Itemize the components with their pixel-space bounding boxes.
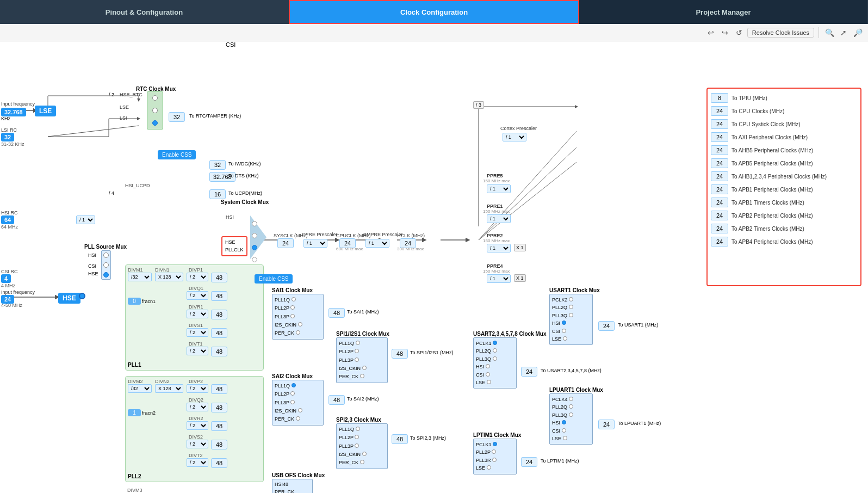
divm1-select[interactable]: /32/16/8 <box>128 273 152 281</box>
hse-box: HSE <box>58 293 80 304</box>
lpuart1-sources: PCLK4 PLL2Q PLL3Q HSI CSI LSE <box>552 396 590 442</box>
csi-sys-label: CSI <box>226 41 235 48</box>
divm2-select[interactable]: /32 <box>128 384 152 393</box>
resolve-clock-button[interactable]: Resolve Clock Issues <box>747 28 814 38</box>
lsi-rtc-label: LSI <box>120 115 127 121</box>
sai2-mux-label: SAI2 Clock Mux <box>272 373 313 379</box>
ppre4-select[interactable]: / 1 <box>487 274 511 283</box>
rtc-output-val: 32 <box>169 112 185 122</box>
ppre1-label: PPRE1 <box>487 204 503 209</box>
output-row-apb4: 24 To APB4 Peripheral Clocks (MHz) <box>711 237 857 246</box>
systick-label: To CPU Systick Clock (MHz) <box>731 121 801 127</box>
spi12s1-mux-box: PLL1Q PLL2P PLL3P I2S_CKIN PER_CK <box>336 337 388 383</box>
ppre1-select[interactable]: / 1 <box>487 214 511 223</box>
rtc-dest-label: To RTC/TAMPER (KHz) <box>189 113 241 119</box>
tab-clock[interactable]: Clock Configuration <box>289 0 579 24</box>
pll2-label: PLL2 <box>128 473 141 479</box>
rtc-radio-2[interactable] <box>152 108 158 113</box>
divp1-val: 48 <box>211 273 227 282</box>
divr1-select[interactable]: / 2 <box>187 310 208 318</box>
pll-hsi-label: HSI <box>88 252 96 258</box>
pll-hsi-radio[interactable] <box>103 252 109 258</box>
hse-radio-active[interactable] <box>79 293 85 299</box>
redo-icon[interactable]: ↪ <box>719 27 731 39</box>
pll-csi-label: CSI <box>88 263 96 269</box>
zoom-out-icon[interactable]: 🔎 <box>852 27 864 39</box>
divr2-select[interactable]: / 2 <box>187 421 208 430</box>
tpiu-val: 8 <box>711 93 728 103</box>
cpuclk-max: 600 MHz max <box>336 246 363 251</box>
x128-1-select[interactable]: X 128X 64 <box>155 273 183 281</box>
hsi-radio[interactable] <box>252 221 257 226</box>
x128-2-select[interactable]: X 128 <box>155 384 183 393</box>
divq1-select[interactable]: / 2 <box>187 291 208 300</box>
hsi-div-select[interactable]: / 1/ 2 <box>76 215 95 224</box>
lpuart1-dest: To LPUART1 (MHz) <box>618 421 661 426</box>
bmpre-select[interactable]: / 1/ 2 <box>365 239 389 248</box>
top-nav: Pinout & Configuration Clock Configurati… <box>0 0 868 24</box>
lsi-range: 31-32 KHz <box>1 141 24 147</box>
pll-csi-radio[interactable] <box>103 262 109 268</box>
cortex-label: Cortex Prescaler <box>500 126 537 131</box>
enable-css-button-1[interactable]: Enable CSS <box>158 150 196 159</box>
apb1t-label: To APB1 Timers Clocks (MHz) <box>731 200 804 206</box>
spi23-mux-label: SPI2,3 Clock Mux <box>336 417 381 423</box>
ppre5-select[interactable]: / 1 <box>487 184 511 193</box>
axi-label: To AXI Peripheral Clocks (MHz) <box>731 134 808 140</box>
refresh-icon[interactable]: ↺ <box>733 27 745 39</box>
ppre2-max: 150 MHz max <box>483 238 510 243</box>
divt1-val: 48 <box>211 347 227 356</box>
divt2-select[interactable]: / 2 <box>187 458 208 467</box>
usb-sources: HSI48 PER_CK <box>275 480 310 493</box>
clock-diagram: Input frequency 32.768 KHz LSI RC 32 31-… <box>0 41 868 493</box>
hse-pllclk-select[interactable]: HSEPLLCLK <box>221 236 247 256</box>
divq2-select[interactable]: / 2 <box>187 403 208 411</box>
expand-icon[interactable]: ➚ <box>838 27 850 39</box>
spi23-sources: PLL1Q PLL2P PLL3P I2S_CKIN PER_CK <box>339 426 385 467</box>
ppre2-select[interactable]: / 1 <box>487 244 511 252</box>
spi23-mux-box: PLL1Q PLL2P PLL3P I2S_CKIN PER_CK <box>336 423 388 469</box>
csi-radio[interactable] <box>252 233 257 238</box>
tab-pinout[interactable]: Pinout & Configuration <box>0 0 289 24</box>
apb1-val: 24 <box>711 184 728 194</box>
divp1-select[interactable]: / 2 <box>187 273 208 281</box>
divp2-label: DIVP2 <box>189 379 203 384</box>
pll-hse-radio[interactable] <box>103 272 109 278</box>
cpre-select[interactable]: / 1/ 2/ 4 <box>303 239 327 248</box>
hse-radio[interactable] <box>252 245 257 250</box>
ahb1234-val: 24 <box>711 171 728 181</box>
divm3-label: DIVM3 <box>127 488 142 493</box>
usb-ofs-mux-label: USB OFS Clock Mux <box>272 472 325 478</box>
divs1-val: 48 <box>211 328 227 338</box>
divs2-val: 48 <box>211 440 227 449</box>
lsi-value: 32 <box>1 133 14 141</box>
tab-project[interactable]: Project Manager <box>579 0 868 24</box>
usart2345-dest: To USART2,3,4,5,7,8 (MHz) <box>541 368 602 373</box>
zoom-in-icon[interactable]: 🔍 <box>823 27 835 39</box>
csi-value: 4 <box>1 274 11 283</box>
pll-source-mux-label: PLL Source Mux <box>84 244 127 250</box>
usart1-sources: PCLK2 PLL2Q PLL3Q HSI CSI LSE <box>552 296 590 343</box>
rtc-radio-1[interactable] <box>152 95 158 101</box>
input-freq-1-label: Input frequency <box>1 101 35 107</box>
sai2-mux-box: PLL1Q PLL2P PLL3P I2S_CKIN PER_CK <box>272 380 324 426</box>
divt1-label: DIVT1 <box>189 341 203 347</box>
apb4-label: To APB4 Peripheral Clocks (MHz) <box>731 239 813 245</box>
lptim1-mux-box: PCLK1 PLL2P PLL3R LSE <box>473 439 517 474</box>
rtc-radio-3[interactable] <box>152 120 158 126</box>
enable-css-button-2[interactable]: Enable CSS <box>255 274 293 284</box>
divs1-select[interactable]: / 2 <box>187 328 208 337</box>
divs2-select[interactable]: / 2 <box>187 440 208 448</box>
csi-freq: 4 MHz <box>1 283 15 288</box>
cpre-label: CPRE Prescaler <box>302 232 338 237</box>
divp2-select[interactable]: / 2 <box>187 384 208 393</box>
input-freq-2-label: Input frequency <box>1 289 35 295</box>
undo-icon[interactable]: ↩ <box>705 27 717 39</box>
output-section: 8 To TPIU (MHz) 24 To CPU Clocks (MHz) 2… <box>706 88 861 286</box>
apb5-val: 24 <box>711 158 728 168</box>
hsi-sys-label: HSI <box>226 214 234 220</box>
sai2-sources: PLL1Q PLL2P PLL3P I2S_CKIN PER_CK <box>275 382 321 423</box>
cortex-select[interactable]: / 1 <box>503 133 526 141</box>
pllclk-radio[interactable] <box>252 257 257 262</box>
divt1-select[interactable]: / 2 <box>187 347 208 355</box>
